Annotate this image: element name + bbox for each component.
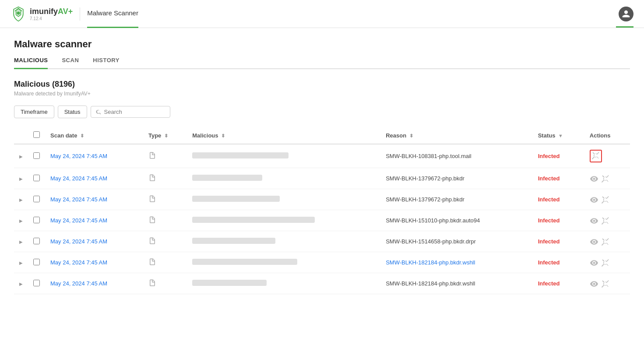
row-scan-date: May 24, 2024 7:45 AM [45, 210, 143, 231]
actions-cell [590, 216, 625, 225]
header-scan-date[interactable]: Scan date ⬍ [45, 127, 143, 144]
row-checkbox[interactable] [33, 196, 40, 202]
header-type[interactable]: Type ⬍ [143, 127, 187, 144]
clean-icon[interactable] [601, 174, 610, 183]
clean-icon[interactable] [601, 237, 610, 246]
header-expand [14, 127, 28, 144]
search-input[interactable] [104, 109, 165, 115]
row-expand-arrow[interactable]: ▶ [14, 144, 28, 168]
timeframe-button[interactable]: Timeframe [14, 106, 54, 118]
row-expand-arrow[interactable]: ▶ [14, 231, 28, 252]
row-status: Infected [533, 144, 584, 168]
app-header: imunifyAV+ 7.12.4 Malware Scanner [0, 0, 644, 28]
expand-icon: ▶ [19, 197, 23, 202]
row-reason: SMW-BLKH-1514658-php.bkdr.drpr [380, 231, 533, 252]
row-malicious [187, 168, 380, 189]
user-avatar-icon[interactable] [619, 7, 633, 21]
header-reason[interactable]: Reason ⬍ [380, 127, 533, 144]
row-checkbox[interactable] [33, 152, 40, 159]
row-checkbox[interactable] [33, 175, 40, 181]
row-checkbox[interactable] [33, 280, 40, 286]
header-checkbox [28, 127, 45, 144]
status-badge: Infected [538, 280, 560, 287]
row-type [143, 210, 187, 231]
logo-text: imunifyAV+ 7.12.4 [30, 7, 73, 21]
header-nav-malware-scanner[interactable]: Malware Scanner [87, 9, 138, 18]
row-status: Infected [533, 168, 584, 189]
row-checkbox-cell [28, 231, 45, 252]
row-actions [584, 231, 630, 252]
tab-scan[interactable]: SCAN [62, 57, 79, 69]
header-bottom-accent [616, 26, 633, 28]
row-status: Infected [533, 273, 584, 294]
action-highlight-box [590, 150, 602, 162]
row-actions [584, 273, 630, 294]
actions-cell [590, 279, 625, 288]
eye-icon[interactable] [590, 174, 598, 183]
actions-cell [590, 258, 625, 267]
clean-icon[interactable] [601, 216, 610, 225]
row-scan-date: May 24, 2024 7:45 AM [45, 231, 143, 252]
logo-icon [11, 6, 26, 22]
row-actions [584, 168, 630, 189]
row-scan-date: May 24, 2024 7:45 AM [45, 144, 143, 168]
clean-icon[interactable] [601, 195, 610, 204]
status-badge: Infected [538, 196, 560, 203]
header-actions: Actions [584, 127, 630, 144]
clean-icon[interactable] [601, 258, 610, 267]
header-status[interactable]: Status ▼ [533, 127, 584, 144]
table-header-row: Scan date ⬍ Type ⬍ Malicious ⬍ Reason ⬍ [14, 127, 630, 144]
header-malicious[interactable]: Malicious ⬍ [187, 127, 380, 144]
search-wrapper [91, 106, 170, 118]
table-row: ▶May 24, 2024 7:45 AMSMW-BLKH-1379672-ph… [14, 189, 630, 210]
row-checkbox[interactable] [33, 259, 40, 265]
sort-arrows-scan-date: ⬍ [80, 133, 84, 138]
row-status: Infected [533, 210, 584, 231]
row-checkbox-cell [28, 273, 45, 294]
sort-arrows-status: ▼ [558, 133, 563, 138]
select-all-checkbox[interactable] [33, 131, 40, 138]
row-actions [584, 210, 630, 231]
table-row: ▶May 24, 2024 7:45 AMSMW-BLKH-1514658-ph… [14, 231, 630, 252]
row-type [143, 144, 187, 168]
eye-icon[interactable] [590, 237, 598, 246]
row-type [143, 168, 187, 189]
row-checkbox[interactable] [33, 238, 40, 244]
clean-icon[interactable] [591, 151, 600, 160]
eye-icon[interactable] [590, 216, 598, 225]
row-expand-arrow[interactable]: ▶ [14, 168, 28, 189]
eye-icon[interactable] [590, 279, 598, 288]
actions-cell [590, 150, 625, 162]
tabs: MALICIOUS SCAN HISTORY [14, 57, 630, 69]
row-expand-arrow[interactable]: ▶ [14, 210, 28, 231]
expand-icon: ▶ [19, 260, 23, 265]
malicious-value [192, 175, 262, 181]
row-scan-date: May 24, 2024 7:45 AM [45, 168, 143, 189]
tab-history[interactable]: HISTORY [93, 57, 120, 69]
reason-link[interactable]: SMW-BLKH-182184-php.bkdr.wshll [386, 259, 475, 266]
row-expand-arrow[interactable]: ▶ [14, 273, 28, 294]
clean-icon[interactable] [601, 279, 610, 288]
file-icon [148, 215, 156, 224]
file-icon [148, 278, 156, 287]
row-expand-arrow[interactable]: ▶ [14, 252, 28, 273]
row-reason[interactable]: SMW-BLKH-182184-php.bkdr.wshll [380, 252, 533, 273]
table-row: ▶May 24, 2024 7:45 AMSMW-BLKH-1379672-ph… [14, 168, 630, 189]
search-icon [95, 109, 102, 115]
tab-malicious[interactable]: MALICIOUS [14, 57, 48, 69]
malicious-value [192, 196, 280, 202]
status-badge: Infected [538, 217, 560, 224]
row-status: Infected [533, 231, 584, 252]
row-expand-arrow[interactable]: ▶ [14, 189, 28, 210]
expand-icon: ▶ [19, 218, 23, 223]
expand-icon: ▶ [19, 176, 23, 181]
row-checkbox-cell [28, 210, 45, 231]
status-badge: Infected [538, 259, 560, 266]
actions-cell [590, 174, 625, 183]
status-button[interactable]: Status [58, 106, 87, 118]
row-checkbox[interactable] [33, 217, 40, 223]
row-type [143, 189, 187, 210]
eye-icon[interactable] [590, 195, 598, 204]
eye-icon[interactable] [590, 258, 598, 267]
section-title: Malicious (8196) [14, 80, 630, 89]
